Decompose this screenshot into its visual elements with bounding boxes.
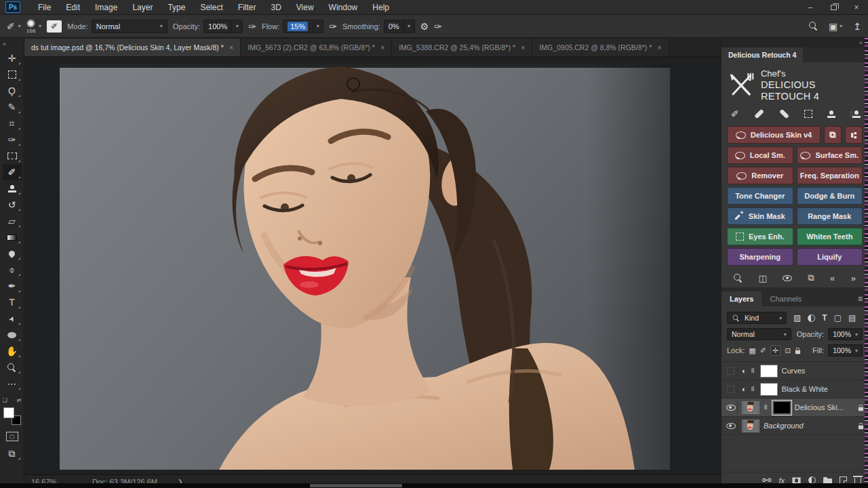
shape-tool[interactable] [3,327,22,343]
layer-thumbnail[interactable] [742,420,760,432]
layer-row-delicious-skin[interactable]: ∞ Delicious Ski... [722,399,868,417]
move-tool[interactable]: ✛ [3,50,22,66]
gradient-tool[interactable] [3,229,22,245]
color-swatches[interactable] [3,407,21,425]
eyes-enhance-button[interactable]: Eyes Enh. [727,228,793,245]
menu-view[interactable]: View [290,0,321,15]
close-tab-icon[interactable]: × [380,43,384,52]
restore-button[interactable] [822,0,845,15]
edit-toolbar-button[interactable]: ⋯ [3,375,22,392]
search-icon[interactable] [809,22,818,30]
eraser-tool[interactable]: ▱ [3,213,22,229]
layer-mask-thumbnail-selected[interactable] [773,401,791,414]
patch-icon[interactable] [804,110,812,118]
crop-tool[interactable]: ⌗ [3,115,22,131]
path-selection-tool[interactable]: ➤ [3,310,22,327]
delicious-skin-v4-button[interactable]: Delicious Skin v4 [727,126,821,144]
sharpening-button[interactable]: Sharpening [727,248,793,266]
menu-window[interactable]: Window [322,0,365,15]
hand-tool[interactable]: ✋ [3,343,22,359]
layer-mask-thumbnail[interactable] [760,365,778,378]
copy-icon[interactable]: ⧉ [808,272,814,283]
visibility-toggle[interactable] [724,382,738,396]
brush-preset-picker[interactable]: 168 ▾ [26,19,41,34]
brush-tool[interactable]: ✐ [3,164,22,180]
lasso-tool[interactable]: Ϙ [3,83,22,99]
local-smoothing-button[interactable]: Local Sm. [727,146,793,164]
close-tab-icon[interactable]: × [521,43,525,52]
close-button[interactable]: × [845,0,868,15]
clone-stamp-tool[interactable] [3,180,22,197]
chevron-down-icon[interactable]: ▾ [403,20,414,33]
type-tool[interactable]: T [3,294,22,310]
menu-edit[interactable]: Edit [59,0,87,15]
chevron-down-icon[interactable]: ▾ [231,20,242,33]
visibility-toggle[interactable] [724,419,738,432]
layer-name[interactable]: Black & White [782,385,865,393]
layer-thumbnail[interactable] [742,401,760,414]
layer-name[interactable]: Background [764,422,854,430]
collapse-panels-icon[interactable]: » [859,39,863,46]
menu-file[interactable]: File [31,0,58,15]
toggle-brush-settings-button[interactable]: ✐ [47,20,62,33]
healing-brush-icon[interactable] [779,109,789,119]
layer-fill-input[interactable]: 100% ▾ [828,344,863,357]
menu-3d[interactable]: 3D [264,0,288,15]
blend-mode-select[interactable]: Normal ▾ [727,328,791,340]
pressure-opacity-icon[interactable]: ✑ [248,21,256,32]
share-icon[interactable]: ↥ [853,21,861,32]
panel-collapse-strip[interactable]: » [722,38,868,47]
workspace-switcher[interactable]: ▣ ▾ [829,21,842,32]
layer-opacity-input[interactable]: 100% ▾ [828,328,863,340]
zoom-tool[interactable] [3,359,22,375]
range-mask-button[interactable]: Range Mask [797,207,863,225]
flow-input[interactable]: 15% ▾ [283,20,323,33]
panel-menu-icon[interactable]: ≡ [858,294,863,304]
document-tab[interactable]: IMG_0905.CR2 @ 8,8% (RGB/8*) * × [532,39,669,56]
menu-select[interactable]: Select [193,0,229,15]
rectangular-marquee-tool[interactable] [3,66,22,83]
history-brush-tool[interactable]: ↺ [3,197,22,213]
canvas-area[interactable] [24,57,722,474]
eyedropper-tool[interactable]: ✑ [3,131,22,148]
layer-mask-thumbnail[interactable] [760,383,778,396]
filter-shape-icon[interactable]: ▢ [834,313,842,323]
menu-filter[interactable]: Filter [231,0,263,15]
filter-pixel-icon[interactable]: ▨ [793,313,801,323]
menu-help[interactable]: Help [366,0,396,15]
surface-smoothing-button[interactable]: Surface Sm. [797,146,863,164]
lock-position-icon[interactable]: ✛ [770,346,781,356]
skin-mask-button[interactable]: Skin Mask [727,207,793,225]
smoothing-input[interactable]: 0% ▾ [384,20,415,33]
whiten-teeth-button[interactable]: Whiten Teeth [797,228,863,245]
lock-transparency-icon[interactable]: ▦ [749,346,755,355]
lock-pixels-icon[interactable]: ✐ [760,346,766,355]
tool-preset-picker[interactable]: ✐ ▾ [7,21,21,32]
tab-channels[interactable]: Channels [762,291,809,306]
filter-smart-object-icon[interactable]: ▤ [848,313,856,323]
menu-image[interactable]: Image [88,0,124,15]
blur-tool[interactable] [3,245,22,262]
foreground-color-swatch[interactable] [3,407,14,418]
quick-mask-button[interactable] [6,432,18,441]
screen-mode-button[interactable]: ⧉ [3,445,22,462]
tone-changer-button[interactable]: Tone Changer [727,187,793,205]
default-swap-colors[interactable]: ❏⇄ [3,397,22,403]
visibility-toggle[interactable] [724,364,738,378]
filter-type-icon[interactable]: T [822,313,827,323]
menu-layer[interactable]: Layer [125,0,159,15]
document-tab-active[interactable]: ds tut image.psd @ 16,7% (Delicious Skin… [24,39,241,56]
layer-row-curves[interactable]: ◐ ∞ Curves [722,362,868,380]
airbrush-icon[interactable]: ✑ [329,21,337,32]
opacity-input[interactable]: 100% ▾ [203,20,243,33]
freq-separation-button[interactable]: Freq. Separation [797,167,863,184]
visibility-toggle[interactable] [724,401,738,414]
dodge-burn-button[interactable]: Dodge & Burn [797,187,863,205]
close-tab-icon[interactable]: × [229,43,233,52]
filter-adjustment-icon[interactable] [808,314,815,322]
sample-stamp-icon[interactable] [850,110,859,118]
next-page-icon[interactable]: » [851,273,856,283]
collapse-tools-icon[interactable]: » [0,39,9,50]
blend-mode-select[interactable]: Normal ▾ [92,20,167,33]
clone-stamp-icon[interactable] [827,110,835,118]
